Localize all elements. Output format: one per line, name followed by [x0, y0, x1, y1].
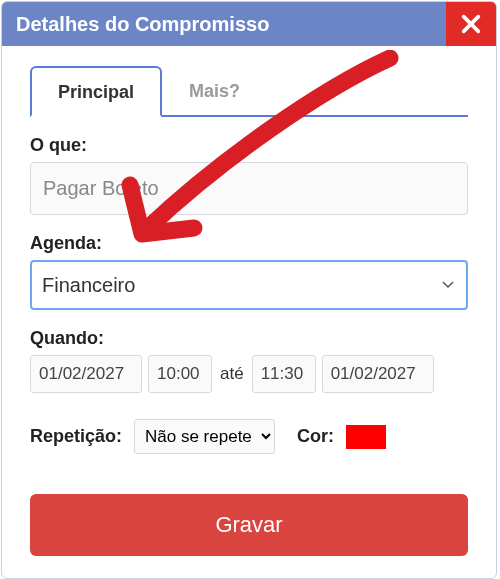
time-start-input[interactable] [148, 355, 212, 393]
appointment-dialog: Detalhes do Compromisso Principal Mais? … [1, 1, 497, 579]
tab-mais[interactable]: Mais? [162, 66, 267, 117]
repeat-label: Repetição: [30, 426, 122, 447]
date-end-input[interactable] [322, 355, 434, 393]
dialog-header: Detalhes do Compromisso [2, 2, 496, 46]
agenda-label: Agenda: [30, 233, 468, 254]
what-label: O que: [30, 135, 468, 156]
field-when: Quando: até [30, 328, 468, 393]
close-button[interactable] [446, 2, 496, 46]
agenda-select[interactable]: Financeiro [30, 260, 468, 310]
time-end-input[interactable] [252, 355, 316, 393]
close-icon [460, 13, 482, 35]
color-label: Cor: [297, 426, 334, 447]
repeat-row: Repetição: Não se repete Cor: [30, 419, 468, 454]
until-text: até [218, 364, 246, 384]
date-start-input[interactable] [30, 355, 142, 393]
save-button[interactable]: Gravar [30, 494, 468, 556]
when-row: até [30, 355, 468, 393]
tab-principal[interactable]: Principal [30, 66, 162, 117]
dialog-body: Principal Mais? O que: Agenda: Financeir… [2, 46, 496, 578]
what-input[interactable] [30, 162, 468, 215]
color-swatch[interactable] [346, 425, 386, 449]
dialog-title: Detalhes do Compromisso [2, 13, 269, 36]
field-what: O que: [30, 135, 468, 215]
tab-bar: Principal Mais? [30, 64, 468, 117]
repeat-select[interactable]: Não se repete [134, 419, 275, 454]
when-label: Quando: [30, 328, 468, 349]
field-agenda: Agenda: Financeiro [30, 233, 468, 310]
